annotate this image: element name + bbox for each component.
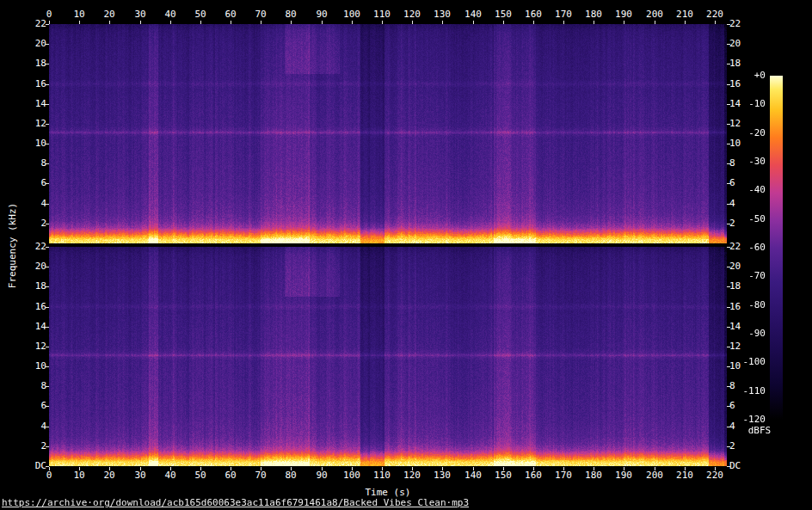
freq-tick-label: 12 <box>729 119 752 129</box>
freq-tick-label: 22 <box>729 19 752 29</box>
freq-tick-label: 6 <box>24 178 46 188</box>
spectrogram-panel-channel-2 <box>49 247 727 466</box>
freq-tick-label: 14 <box>24 99 46 109</box>
freq-tick-label: 6 <box>729 401 752 411</box>
time-tick-label: 40 <box>157 470 183 481</box>
time-tick-label: 110 <box>369 9 395 20</box>
time-tick-label: 80 <box>278 9 304 20</box>
time-tick-mark <box>503 467 504 470</box>
freq-tick-mark <box>727 204 730 205</box>
freq-tick-mark <box>727 446 730 447</box>
time-tick-label: 210 <box>672 470 698 481</box>
time-tick-mark <box>412 467 413 470</box>
time-tick-mark <box>594 467 594 470</box>
time-tick-mark <box>624 467 624 470</box>
colorbar-tick-label: -90 <box>736 329 766 339</box>
colorbar-tick-label: -100 <box>736 357 766 367</box>
freq-tick-label: 2 <box>24 218 46 229</box>
spectrogram-figure: 0102030405060708090100110120130140150160… <box>0 0 812 510</box>
time-tick-mark <box>200 467 201 470</box>
freq-tick-label: 18 <box>24 58 46 69</box>
time-tick-label: 210 <box>672 9 698 20</box>
time-tick-mark <box>442 467 443 470</box>
freq-tick-label: 4 <box>24 421 46 432</box>
time-tick-label: 140 <box>460 9 486 20</box>
freq-tick-mark <box>46 466 49 467</box>
time-tick-label: 120 <box>399 9 425 20</box>
time-tick-mark <box>140 467 141 470</box>
colorbar-tick-label: -40 <box>736 185 766 195</box>
time-tick-label: 50 <box>188 9 213 20</box>
freq-tick-label: 12 <box>729 341 752 352</box>
freq-tick-label: 16 <box>729 79 752 89</box>
time-tick-label: 60 <box>218 470 243 481</box>
time-tick-label: 20 <box>96 470 122 481</box>
freq-tick-label: 14 <box>24 322 46 332</box>
time-tick-label: 90 <box>309 9 335 20</box>
time-tick-label: 40 <box>157 9 183 20</box>
time-tick-label: 30 <box>127 470 153 481</box>
time-tick-label: 30 <box>127 9 153 20</box>
colorbar-tick-label: -110 <box>736 386 766 396</box>
freq-tick-label: 22 <box>729 242 752 252</box>
freq-tick-label: 6 <box>729 178 752 188</box>
colorbar-tick-label: -120 <box>736 415 766 425</box>
time-tick-label: 190 <box>611 9 637 20</box>
time-tick-label: 190 <box>611 470 637 481</box>
time-tick-label: 150 <box>490 470 516 481</box>
time-tick-label: 70 <box>248 9 274 20</box>
time-tick-label: 60 <box>218 9 243 20</box>
freq-tick-label: 2 <box>24 441 46 452</box>
time-tick-label: 150 <box>490 9 516 20</box>
time-tick-label: 130 <box>429 9 455 20</box>
colorbar-gradient <box>770 76 783 420</box>
time-tick-mark <box>473 467 474 470</box>
time-tick-label: 100 <box>339 9 365 20</box>
freq-tick-label: 22 <box>24 242 46 252</box>
time-tick-label: 90 <box>309 470 335 481</box>
time-tick-label: 180 <box>581 9 606 20</box>
time-tick-mark <box>322 467 323 470</box>
colorbar-tick-label: -60 <box>736 243 766 253</box>
time-tick-mark <box>79 467 80 470</box>
time-tick-label: 20 <box>96 9 122 20</box>
time-tick-label: 10 <box>66 9 92 20</box>
time-tick-mark <box>715 467 716 470</box>
time-tick-label: 160 <box>520 470 546 481</box>
time-tick-label: 220 <box>702 9 728 20</box>
freq-tick-label: 4 <box>729 199 752 209</box>
frequency-axis-title: Frequency (kHz) <box>7 190 18 302</box>
freq-tick-label: 2 <box>729 218 752 229</box>
time-tick-label: 220 <box>702 470 728 481</box>
time-tick-label: 120 <box>399 470 425 481</box>
freq-tick-label: 10 <box>24 361 46 372</box>
time-tick-mark <box>109 467 110 470</box>
freq-tick-mark <box>727 44 730 45</box>
freq-tick-label: 10 <box>24 138 46 149</box>
time-tick-label: 200 <box>642 9 667 20</box>
freq-tick-label: 16 <box>24 302 46 312</box>
time-tick-label: 80 <box>278 470 304 481</box>
freq-tick-mark <box>727 64 730 65</box>
time-tick-mark <box>563 467 564 470</box>
colorbar-unit-label: dBFS <box>736 425 783 436</box>
time-tick-label: 170 <box>551 9 576 20</box>
freq-tick-label: 4 <box>24 199 46 209</box>
freq-tick-mark <box>727 183 730 184</box>
time-tick-mark <box>352 467 353 470</box>
freq-tick-mark <box>727 347 730 347</box>
freq-tick-label: 14 <box>729 99 752 109</box>
freq-tick-mark <box>727 124 730 125</box>
time-tick-label: 0 <box>36 9 62 20</box>
freq-tick-mark <box>727 267 730 267</box>
time-tick-label: 180 <box>581 470 606 481</box>
colorbar-tick-label: -80 <box>736 300 766 310</box>
time-tick-label: 130 <box>429 470 455 481</box>
freq-tick-label: 2 <box>729 441 752 452</box>
time-tick-label: 0 <box>36 470 62 481</box>
freq-tick-mark <box>727 163 730 164</box>
freq-tick-label: 20 <box>24 261 46 272</box>
time-tick-label: 140 <box>460 470 486 481</box>
spectrogram-panel-channel-1 <box>49 24 727 243</box>
freq-tick-label: 20 <box>729 261 752 272</box>
